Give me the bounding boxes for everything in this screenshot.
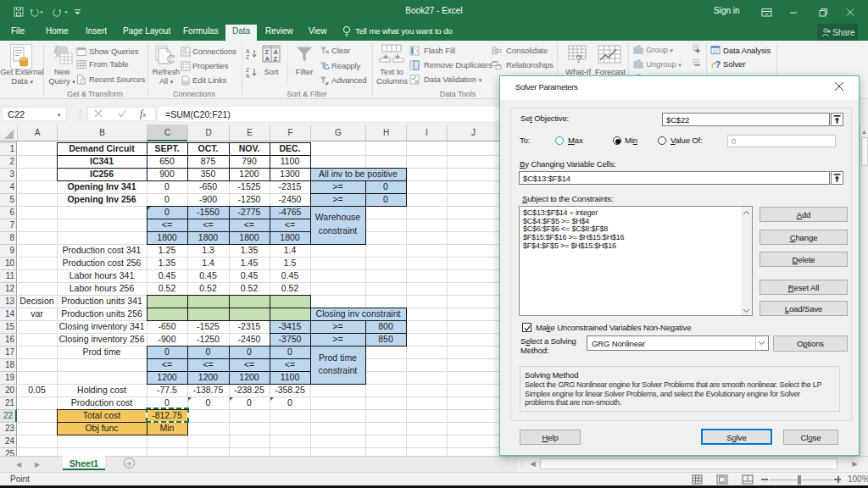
svg-text:Z: Z: [246, 67, 249, 73]
svg-text:?: ?: [576, 53, 581, 64]
svg-text:Z: Z: [246, 54, 249, 60]
svg-text:Z: Z: [274, 55, 278, 63]
svg-text:A: A: [246, 73, 250, 79]
svg-text:A: A: [246, 48, 250, 54]
svg-text:A: A: [265, 55, 270, 63]
svg-text:?: ?: [715, 59, 721, 69]
